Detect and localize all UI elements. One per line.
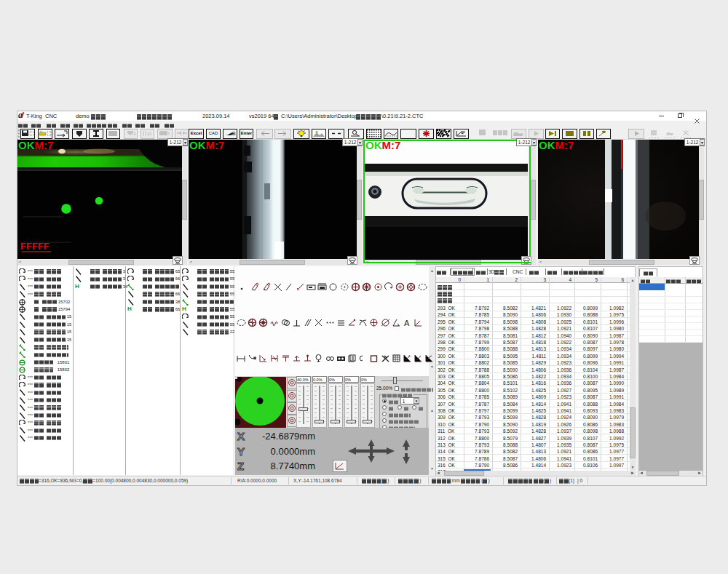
svg-text:FFFFF: FFFFF (20, 241, 50, 252)
svg-text:A: A (404, 319, 410, 327)
svg-text:B: B (232, 131, 236, 136)
